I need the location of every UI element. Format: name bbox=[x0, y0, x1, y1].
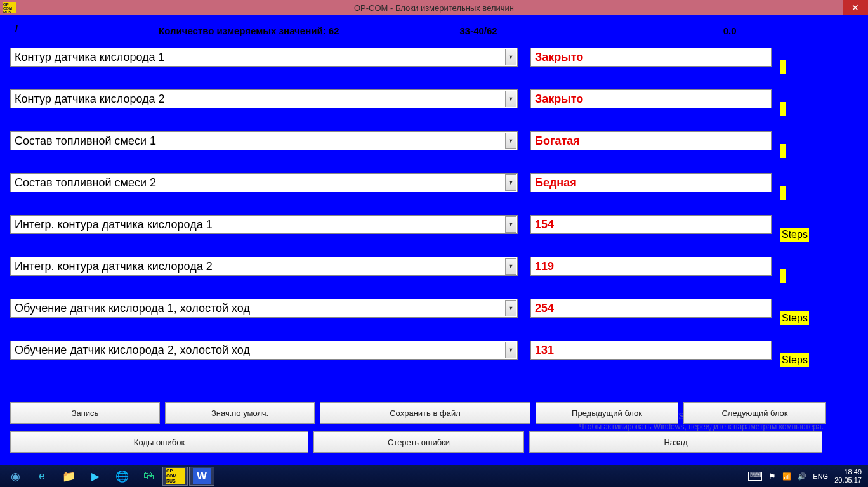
measurement-row: Обучение датчик кислорода 2, холостой хо… bbox=[10, 341, 858, 360]
button-row-1: Запись Знач.по умолч. Сохранить в файл П… bbox=[10, 402, 829, 424]
value-text: 154 bbox=[535, 218, 554, 231]
param-text: Обучение датчик кислорода 1, холостой хо… bbox=[11, 302, 250, 315]
app-icon: OP COM RUS bbox=[3, 2, 16, 13]
unit-box-7: Steps bbox=[780, 311, 809, 325]
language-indicator[interactable]: ENG bbox=[813, 472, 828, 480]
button-row-2: Коды ошибок Стереть ошибки Назад bbox=[10, 431, 829, 453]
value-text: Богатая bbox=[535, 134, 580, 148]
param-dropdown-3[interactable]: Состав топливной смеси 1 ▼ bbox=[10, 131, 518, 150]
param-text: Обучение датчик кислорода 2, холостой хо… bbox=[11, 344, 250, 357]
measurement-row: Интегр. контура датчика кислорода 2 ▼ 11… bbox=[10, 257, 858, 276]
param-text: Состав топливной смеси 2 bbox=[11, 176, 156, 190]
slash-mark: / bbox=[15, 23, 18, 34]
main-area: Контур датчика кислорода 1 ▼ Закрыто Кон… bbox=[0, 42, 868, 360]
value-box-1: Закрыто bbox=[530, 48, 772, 67]
titlebar: OP COM RUS OP-COM - Блоки измерительных … bbox=[0, 0, 868, 15]
count-label: Количество измеряемых значений: 62 bbox=[159, 25, 339, 36]
word-button[interactable]: W bbox=[189, 467, 214, 486]
date-text: 20.05.17 bbox=[834, 476, 862, 484]
ie-icon: e bbox=[39, 470, 44, 483]
prev-block-button[interactable]: Предыдущий блок bbox=[536, 402, 678, 424]
param-dropdown-2[interactable]: Контур датчика кислорода 2 ▼ bbox=[10, 89, 518, 108]
unit-box-5: Steps bbox=[780, 228, 809, 242]
clear-faults-button[interactable]: Стереть ошибки bbox=[313, 431, 524, 453]
chevron-down-icon[interactable]: ▼ bbox=[505, 49, 516, 65]
chevron-down-icon[interactable]: ▼ bbox=[505, 342, 516, 358]
measurement-row: Обучение датчик кислорода 1, холостой хо… bbox=[10, 299, 858, 318]
network-icon[interactable]: 📶 bbox=[782, 472, 791, 481]
value-box-7: 254 bbox=[530, 299, 772, 318]
param-dropdown-6[interactable]: Интегр. контура датчика кислорода 2 ▼ bbox=[10, 257, 518, 276]
chrome-icon: 🌐 bbox=[115, 470, 129, 483]
fault-codes-button[interactable]: Коды ошибок bbox=[10, 431, 308, 453]
opcom-icon: OP COM RUS bbox=[166, 468, 185, 484]
unit-box-8: Steps bbox=[780, 353, 809, 367]
measurement-row: Состав топливной смеси 1 ▼ Богатая bbox=[10, 131, 858, 150]
measurement-row: Контур датчика кислорода 2 ▼ Закрыто bbox=[10, 89, 858, 108]
value-text: Бедная bbox=[535, 176, 577, 190]
unit-box-6 bbox=[780, 269, 786, 283]
measurement-row: Состав топливной смеси 2 ▼ Бедная bbox=[10, 173, 858, 192]
time-text: 18:49 bbox=[834, 468, 862, 476]
unit-box-2 bbox=[780, 102, 786, 116]
param-text: Интегр. контура датчика кислорода 1 bbox=[11, 218, 213, 231]
value-box-8: 131 bbox=[530, 341, 772, 360]
value-text: 131 bbox=[535, 344, 554, 357]
param-text: Контур датчика кислорода 1 bbox=[11, 51, 165, 64]
value-text: Закрыто bbox=[535, 51, 583, 64]
measurement-row: Контур датчика кислорода 1 ▼ Закрыто bbox=[10, 48, 858, 67]
close-icon: ✕ bbox=[852, 3, 859, 13]
chevron-down-icon[interactable]: ▼ bbox=[505, 133, 516, 149]
value-text: Закрыто bbox=[535, 93, 583, 106]
window-title: OP-COM - Блоки измерительных величин bbox=[354, 3, 514, 13]
ie-button[interactable]: e bbox=[29, 467, 55, 486]
value-text: 254 bbox=[535, 302, 554, 315]
value-box-4: Бедная bbox=[530, 173, 772, 192]
param-dropdown-7[interactable]: Обучение датчик кислорода 1, холостой хо… bbox=[10, 299, 518, 318]
chevron-down-icon[interactable]: ▼ bbox=[505, 174, 516, 191]
param-dropdown-8[interactable]: Обучение датчик кислорода 2, холостой хо… bbox=[10, 341, 518, 360]
keyboard-icon[interactable] bbox=[748, 472, 762, 481]
record-button[interactable]: Запись bbox=[10, 402, 160, 424]
buttons-area: Запись Знач.по умолч. Сохранить в файл П… bbox=[10, 402, 829, 460]
value-text: 119 bbox=[535, 260, 554, 273]
param-text: Контур датчика кислорода 2 bbox=[11, 93, 165, 106]
measurement-row: Интегр. контура датчика кислорода 1 ▼ 15… bbox=[10, 215, 858, 234]
chevron-down-icon[interactable]: ▼ bbox=[505, 216, 516, 233]
unit-box-3 bbox=[780, 144, 786, 158]
folder-icon: 📁 bbox=[62, 470, 76, 483]
chevron-down-icon[interactable]: ▼ bbox=[505, 258, 516, 275]
chrome-button[interactable]: 🌐 bbox=[109, 467, 135, 486]
clock[interactable]: 18:49 20.05.17 bbox=[834, 468, 862, 484]
param-text: Интегр. контура датчика кислорода 2 bbox=[11, 260, 213, 273]
action-center-icon[interactable]: ⚑ bbox=[768, 472, 776, 481]
param-dropdown-5[interactable]: Интегр. контура датчика кислорода 1 ▼ bbox=[10, 215, 518, 234]
save-file-button[interactable]: Сохранить в файл bbox=[320, 402, 530, 424]
start-button[interactable]: ◉ bbox=[3, 467, 28, 486]
unit-box-1 bbox=[780, 60, 786, 74]
range-label: 33-40/62 bbox=[460, 25, 497, 36]
next-block-button[interactable]: Следующий блок bbox=[683, 402, 826, 424]
header-row: Количество измеряемых значений: 62 33-40… bbox=[0, 15, 868, 42]
store-button[interactable]: 🛍 bbox=[136, 467, 161, 486]
value-box-3: Богатая bbox=[530, 131, 772, 150]
param-dropdown-1[interactable]: Контур датчика кислорода 1 ▼ bbox=[10, 48, 518, 67]
windows-icon: ◉ bbox=[11, 470, 20, 483]
param-text: Состав топливной смеси 1 bbox=[11, 134, 156, 148]
media-button[interactable]: ▶ bbox=[82, 467, 108, 486]
defaults-button[interactable]: Знач.по умолч. bbox=[165, 402, 315, 424]
chevron-down-icon[interactable]: ▼ bbox=[505, 300, 516, 316]
close-button[interactable]: ✕ bbox=[843, 0, 868, 15]
opcom-taskbar-button[interactable]: OP COM RUS bbox=[162, 467, 188, 486]
sound-icon[interactable]: 🔊 bbox=[798, 472, 806, 481]
unit-box-4 bbox=[780, 186, 786, 200]
param-dropdown-4[interactable]: Состав топливной смеси 2 ▼ bbox=[10, 173, 518, 192]
explorer-button[interactable]: 📁 bbox=[56, 467, 81, 486]
word-icon: W bbox=[193, 468, 211, 484]
taskbar-left: ◉ e 📁 ▶ 🌐 🛍 OP COM RUS W bbox=[0, 467, 214, 486]
value-box-6: 119 bbox=[530, 257, 772, 276]
chevron-down-icon[interactable]: ▼ bbox=[505, 91, 516, 107]
back-button[interactable]: Назад bbox=[529, 431, 822, 453]
right-value: 0.0 bbox=[723, 25, 737, 36]
store-icon: 🛍 bbox=[143, 470, 154, 483]
